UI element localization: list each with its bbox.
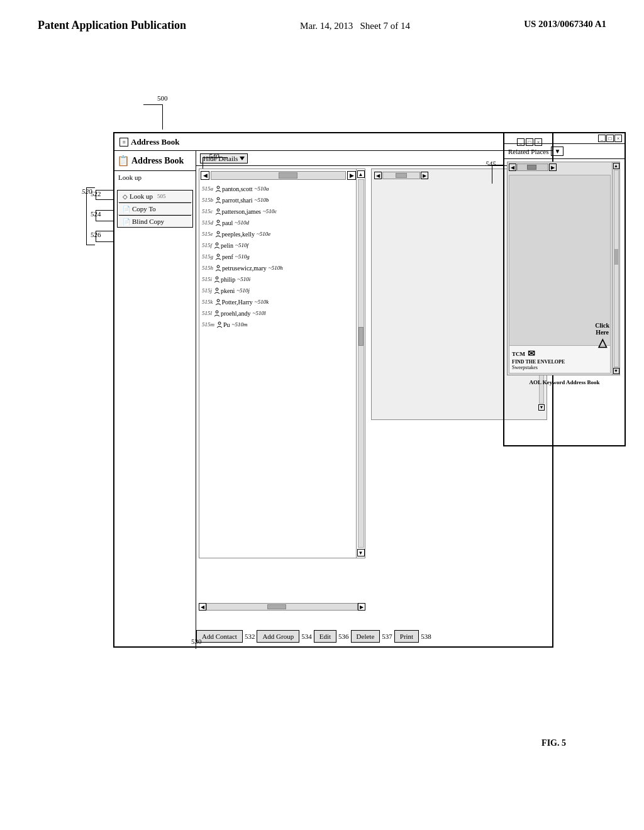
lookup-label: Look up [114, 171, 196, 184]
ref-515a: 515a [202, 185, 213, 192]
ad-scroll-left-btn[interactable]: ◀ [509, 163, 516, 171]
contact-row[interactable]: 515e peeples,kelly ~510e [201, 228, 369, 240]
svg-point-1 [217, 197, 219, 200]
person-icon [213, 309, 221, 317]
person-icon [213, 241, 221, 249]
detail-scroll-thumb [396, 173, 407, 178]
contact-row[interactable]: 515k Potter,Harry ~510k [201, 296, 369, 307]
ref-500-line [162, 104, 163, 130]
ref-520-label: 520 [82, 187, 92, 195]
detail-scroll-right[interactable]: ▶ [421, 172, 428, 179]
print-button[interactable]: Print [394, 630, 419, 643]
svg-point-3 [217, 220, 219, 223]
context-item-blindcopy[interactable]: 📄 Blind Copy [118, 216, 192, 227]
ad-vscroll[interactable]: ▲ ▼ [612, 162, 619, 375]
ad-vscroll-down[interactable]: ▼ [613, 368, 619, 374]
action-buttons-row: Add Contact 532 Add Group 534 Edit 536 D… [196, 630, 548, 643]
context-item-lookup[interactable]: ◇ Look up 505 [118, 191, 192, 202]
ad-scroll-right-btn[interactable]: ▶ [549, 163, 557, 171]
person-icon [214, 219, 222, 226]
contact-row[interactable]: 515g penf ~510g [201, 251, 369, 262]
vertical-scrollbar[interactable]: ▲ ▼ [356, 169, 365, 558]
contact-row[interactable]: 515h petrusewicz,mary ~510h [201, 262, 369, 274]
person-icon [214, 208, 222, 215]
ref-538-label: 538 [421, 633, 431, 640]
scroll-thumb [279, 172, 297, 179]
ref-540-label: 540 [209, 152, 219, 160]
person-icon [216, 321, 223, 328]
ad-close[interactable]: × [614, 135, 622, 142]
scroll-vtrack [358, 179, 364, 548]
context-item-copyto[interactable]: 📄 Copy To [118, 203, 192, 215]
related-places-label: Related Places [508, 148, 548, 155]
person-icon [213, 287, 221, 294]
contact-row[interactable]: 515a panton,scott ~510a [201, 183, 369, 194]
person-icon [214, 230, 222, 238]
context-menu-area: ◇ Look up 505 📄 Copy To 📄 Blind Copy [114, 190, 196, 228]
ad-content-area: ◀ ▶ TCM ✉ FIND THE ENVELOPE Sweepstakes [507, 162, 620, 375]
ref-534-label: 534 [301, 633, 312, 640]
envelope-icon: ✉ [528, 348, 535, 359]
hide-details-bar: Hide Details [196, 151, 555, 166]
ref-500-label: 500 [157, 94, 168, 102]
context-menu: ◇ Look up 505 📄 Copy To 📄 Blind Copy [117, 190, 193, 228]
add-group-button[interactable]: Add Group [257, 630, 299, 643]
svg-point-8 [216, 277, 218, 279]
ad-vscroll-up[interactable]: ▲ [613, 163, 619, 169]
svg-point-0 [217, 186, 219, 189]
contact-row[interactable]: 515c patterson,james ~510c [201, 206, 369, 217]
related-places-dropdown[interactable]: ▼ [551, 147, 564, 156]
person-icon [214, 185, 222, 192]
scroll-vthumb [358, 327, 364, 346]
window-titlebar: ≡ Address Book _ □ × [114, 133, 552, 151]
ref-530-label: 530 [191, 638, 202, 645]
related-places-bar: Related Places ▼ [504, 144, 625, 159]
contact-row[interactable]: 515j pkeni ~510j [201, 285, 369, 296]
page-icon: 📄 [123, 206, 130, 213]
ref-536-label: 536 [338, 633, 349, 640]
edit-button[interactable]: Edit [314, 630, 336, 643]
contact-row[interactable]: 515f pelin ~510f [201, 240, 369, 251]
add-contact-button[interactable]: Add Contact [196, 630, 243, 643]
scroll-down-button[interactable]: ▼ [357, 549, 365, 556]
person-icon [214, 298, 222, 306]
bottom-hscroll[interactable]: ◀ ▶ [199, 602, 365, 611]
detail-scroll-left[interactable]: ◀ [374, 172, 382, 179]
bottom-scroll-right[interactable]: ▶ [358, 603, 365, 611]
hide-details-button[interactable]: Hide Details [200, 153, 248, 163]
left-panel: 📋 Address Book Look up ◇ Look up 505 📄 [114, 151, 196, 649]
svg-point-10 [217, 299, 219, 302]
contact-row[interactable]: 515b parrott,shari ~510b [201, 194, 369, 206]
click-here-area[interactable]: ClickHere △ [595, 322, 609, 350]
bottom-scroll-track [206, 603, 358, 611]
blind-icon: 📄 [123, 218, 130, 225]
contact-list: 515a panton,scott ~510a 515b parrott,sha… [201, 183, 369, 330]
scroll-left-button[interactable]: ◀ [201, 171, 209, 180]
scroll-right-button[interactable]: ▶ [347, 171, 356, 180]
horizontal-scrollbar[interactable]: ◀ ▶ [201, 170, 356, 180]
delete-button[interactable]: Delete [351, 630, 380, 643]
svg-point-9 [216, 288, 218, 290]
tcm-text: TCM [512, 351, 525, 357]
bottom-scroll-left[interactable]: ◀ [199, 603, 206, 611]
sheet-info: Mar. 14, 2013 Sheet 7 of 14 [300, 19, 410, 33]
click-arrow-icon: △ [595, 336, 609, 350]
right-content-area: Hide Details ◀ ▶ 515a [196, 151, 555, 649]
ref-545-label: 545 [486, 160, 496, 167]
ad-window-controls: _ □ × [598, 135, 622, 142]
dropdown-arrow [240, 157, 245, 160]
ad-maximize[interactable]: □ [606, 135, 614, 142]
main-address-book-window: ≡ Address Book _ □ × 📋 Address Book Look… [113, 132, 553, 648]
person-icon [214, 264, 222, 272]
contacts-list-panel: ◀ ▶ 515a panton,scott ~510a [199, 169, 365, 558]
contact-row[interactable]: 515d paul ~510d [201, 217, 369, 228]
contact-row[interactable]: 515l proehl,andy ~510l [201, 307, 369, 319]
ad-minimize[interactable]: _ [598, 135, 606, 142]
contact-row[interactable]: 515i philip ~510i [201, 274, 369, 285]
ad-top-scroll[interactable]: ◀ ▶ [509, 163, 557, 171]
aol-label: AOL Keyword Address Book [504, 378, 625, 387]
contact-row[interactable]: 515m Pu ~510m [201, 319, 369, 330]
scroll-up-button[interactable]: ▲ [357, 170, 365, 178]
detail-hscroll[interactable]: ◀ ▶ [374, 172, 428, 179]
address-book-title: Address Book [131, 156, 184, 166]
